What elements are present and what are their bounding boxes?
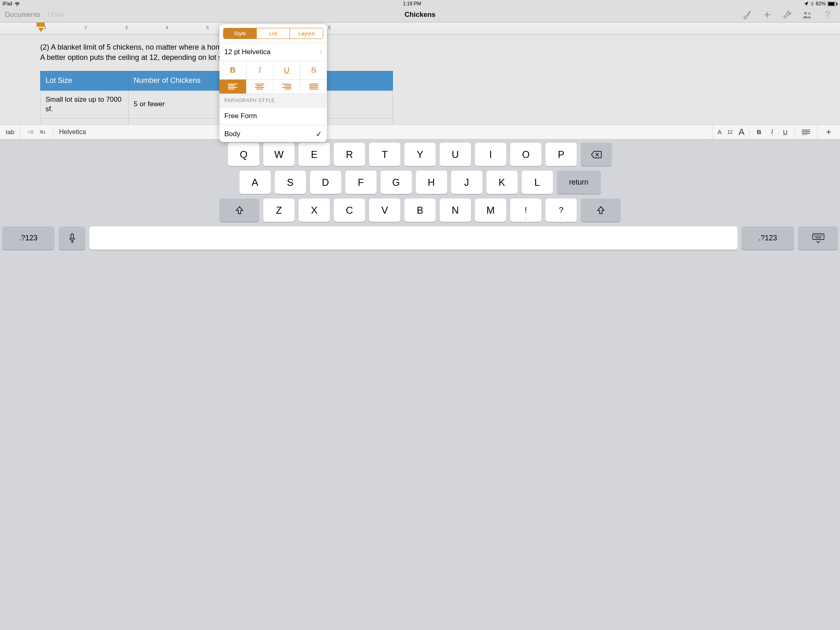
key-m[interactable]: M — [475, 199, 506, 222]
key-v[interactable]: V — [369, 199, 400, 222]
italic-button[interactable]: I — [247, 61, 274, 79]
undo-button[interactable]: Undo — [48, 11, 64, 19]
status-time: 1:19 PM — [403, 1, 421, 7]
ruler-number: 3 — [125, 25, 128, 30]
style-popover: Style List Layout 12 pt Helvetica › B I … — [219, 24, 327, 142]
key-b[interactable]: B — [404, 199, 436, 222]
device-label: iPad — [2, 1, 12, 7]
ruler-number: 5 — [206, 25, 209, 30]
key-i[interactable]: I — [475, 143, 506, 166]
key-shift-left[interactable] — [219, 199, 259, 222]
align-right-button[interactable] — [274, 80, 301, 94]
ruler-number: 2 — [84, 25, 87, 30]
bold-button[interactable]: B — [219, 61, 247, 79]
documents-button[interactable]: Documents — [5, 11, 40, 19]
ruler-number: 1 — [44, 25, 46, 30]
key-n[interactable]: N — [440, 199, 471, 222]
key-j[interactable]: J — [451, 171, 482, 194]
svg-rect-27 — [71, 234, 73, 239]
paragraph-style-free-form[interactable]: Free Form — [219, 107, 327, 125]
keyboard: Q W E R T Y U I O P A S D F G H J K L re… — [0, 139, 560, 420]
toolbar: Documents Undo Chickens + ? — [0, 7, 560, 23]
key-z[interactable]: Z — [263, 199, 294, 222]
indent-button[interactable]: ≡› — [40, 128, 46, 136]
document-table[interactable]: Lot Size Number of Chickens Small lot si… — [40, 71, 393, 127]
align-center-button[interactable] — [247, 80, 274, 94]
key-h[interactable]: H — [416, 171, 447, 194]
key-period[interactable]: ? . — [546, 199, 560, 222]
key-a[interactable]: A — [240, 171, 271, 194]
tab-list[interactable]: List — [257, 28, 290, 39]
font-label: 12 pt Helvetica — [224, 48, 270, 56]
key-comma[interactable]: ! , — [510, 199, 541, 222]
key-f[interactable]: F — [345, 171, 377, 194]
key-o[interactable]: O — [510, 143, 541, 166]
status-bar: iPad 1:19 PM 82% — [0, 0, 560, 7]
key-s[interactable]: S — [275, 171, 306, 194]
ruler-number: 8 — [328, 25, 331, 30]
key-q[interactable]: Q — [228, 143, 259, 166]
outdent-button[interactable]: ‹≡ — [28, 128, 34, 136]
checkmark-icon: ✓ — [316, 130, 322, 139]
key-y[interactable]: Y — [404, 143, 436, 166]
key-x[interactable]: X — [299, 199, 330, 222]
key-t[interactable]: T — [369, 143, 400, 166]
tab-style[interactable]: Style — [224, 28, 257, 39]
tab-key[interactable]: tab — [0, 125, 21, 139]
key-w[interactable]: W — [263, 143, 294, 166]
key-p[interactable]: P — [546, 143, 560, 166]
key-return[interactable]: return — [557, 171, 561, 194]
key-k[interactable]: K — [486, 171, 518, 194]
key-g[interactable]: G — [381, 171, 412, 194]
underline-button[interactable]: U — [274, 61, 301, 79]
key-e[interactable]: E — [299, 143, 330, 166]
align-justify-button[interactable] — [300, 80, 327, 94]
key-l[interactable]: L — [522, 171, 553, 194]
paragraph-style-header: PARAGRAPH STYLE — [219, 94, 327, 107]
key-u[interactable]: U — [440, 143, 471, 166]
table-cell[interactable]: Small lot size up to 7000 sf. — [41, 90, 129, 119]
key-d[interactable]: D — [310, 171, 341, 194]
key-symbols-left[interactable]: .?123 — [2, 226, 55, 250]
strike-button[interactable]: S — [300, 61, 327, 79]
table-header[interactable]: Lot Size — [41, 71, 129, 90]
chevron-right-icon: › — [320, 48, 322, 56]
text-style-row: B I U S — [219, 61, 327, 79]
align-row — [219, 79, 327, 94]
key-space[interactable] — [89, 226, 560, 250]
align-left-button[interactable] — [219, 80, 247, 94]
wifi-icon — [14, 2, 20, 6]
tab-layout[interactable]: Layout — [290, 28, 323, 39]
key-mic[interactable] — [59, 226, 85, 250]
paragraph-style-body[interactable]: Body ✓ — [219, 125, 327, 142]
indent-controls: ‹≡ ≡› — [21, 125, 53, 139]
key-c[interactable]: C — [334, 199, 365, 222]
key-r[interactable]: R — [334, 143, 365, 166]
font-row[interactable]: 12 pt Helvetica › — [219, 43, 327, 61]
popover-tabs: Style List Layout — [223, 28, 323, 39]
ruler-number: 4 — [166, 25, 168, 30]
